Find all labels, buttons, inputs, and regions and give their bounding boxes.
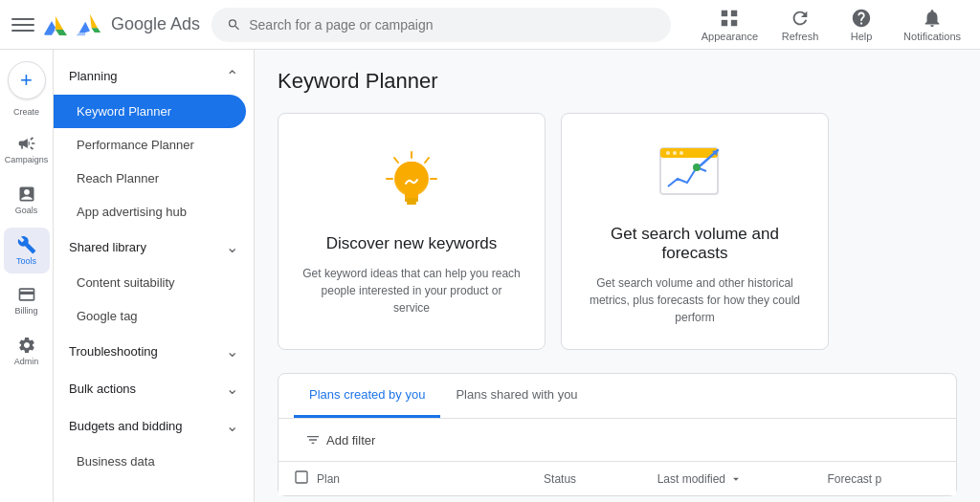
svg-point-19 <box>693 164 701 171</box>
billing-label: Billing <box>14 306 37 316</box>
nav-troubleshooting-label: Troubleshooting <box>69 344 158 359</box>
google-ads-logo-icon <box>42 11 69 38</box>
troubleshooting-chevron-icon: ⌄ <box>226 342 238 360</box>
refresh-icon <box>790 8 811 29</box>
cards-row: Discover new keywords Get keyword ideas … <box>278 113 957 350</box>
chart-card-icon <box>657 137 733 213</box>
plans-tabs: Plans created by you Plans shared with y… <box>278 374 956 419</box>
help-icon <box>851 8 872 29</box>
notifications-label: Notifications <box>903 31 961 42</box>
search-volume-title: Get search volume and forecasts <box>585 225 805 263</box>
sidebar-icons: + Create Campaigns Goals Tools <box>0 50 54 502</box>
header-left: Google Ads <box>11 10 200 40</box>
nav-bulk-actions-label: Bulk actions <box>69 382 136 396</box>
svg-point-17 <box>673 151 677 155</box>
appearance-label: Appearance <box>702 31 758 42</box>
sidebar-item-tools[interactable]: Tools <box>4 228 50 274</box>
discover-keywords-desc: Get keyword ideas that can help you reac… <box>301 265 522 316</box>
help-button[interactable]: Help <box>835 4 888 46</box>
filter-label: Add filter <box>326 433 375 447</box>
hamburger-menu-icon[interactable] <box>11 13 34 36</box>
planning-chevron-icon: ⌃ <box>226 67 238 85</box>
nav-budgets-bidding-label: Budgets and bidding <box>69 419 183 433</box>
search-volume-card[interactable]: Get search volume and forecasts Get sear… <box>561 113 829 350</box>
table-header-forecast: Forecast p <box>827 472 941 486</box>
google-ads-logo-text: Google Ads <box>111 14 200 34</box>
nav-reach-planner[interactable]: Reach Planner <box>54 162 254 195</box>
admin-label: Admin <box>14 357 39 367</box>
plans-section: Plans created by you Plans shared with y… <box>278 373 957 496</box>
refresh-button[interactable]: Refresh <box>773 4 827 46</box>
nav-bulk-actions-header[interactable]: Bulk actions ⌄ <box>54 370 254 407</box>
goals-label: Goals <box>15 206 38 216</box>
sidebar-item-admin[interactable]: Admin <box>4 328 50 375</box>
search-icon <box>227 17 241 33</box>
page-title: Keyword Planner <box>278 69 957 94</box>
table-checkbox-all[interactable] <box>294 469 317 488</box>
main-content: Keyword Planner <box>255 50 980 502</box>
svg-rect-7 <box>405 198 418 202</box>
table-header: Plan Status Last modified Forecast p <box>278 461 956 495</box>
tools-label: Tools <box>16 256 36 267</box>
svg-point-16 <box>666 151 670 155</box>
nav-google-tag[interactable]: Google tag <box>54 299 254 333</box>
nav-planning-label: Planning <box>69 69 118 83</box>
nav-app-advertising-hub[interactable]: App advertising hub <box>54 195 254 229</box>
app-header: Google Ads Appearance Refresh <box>0 0 980 50</box>
nav-keyword-planner[interactable]: Keyword Planner <box>54 95 246 128</box>
nav-performance-planner[interactable]: Performance Planner <box>54 128 254 162</box>
create-button-container[interactable]: + Create <box>8 57 46 117</box>
search-volume-desc: Get search volume and other historical m… <box>585 274 805 326</box>
sidebar-item-billing[interactable]: Billing <box>4 277 50 324</box>
help-label: Help <box>851 31 873 42</box>
table-header-plan: Plan <box>317 472 544 486</box>
svg-line-10 <box>394 158 398 163</box>
lightbulb-card-icon <box>373 146 450 223</box>
svg-rect-22 <box>296 471 307 483</box>
search-bar[interactable] <box>212 8 671 42</box>
nav-business-data[interactable]: Business data <box>54 445 254 478</box>
plans-tab-created-by-you[interactable]: Plans created by you <box>294 374 440 418</box>
nav-shared-header[interactable]: Shared library ⌄ <box>54 229 254 266</box>
search-input[interactable] <box>249 17 656 33</box>
bell-icon <box>922 8 943 29</box>
nav-budgets-bidding-header[interactable]: Budgets and bidding ⌄ <box>54 407 254 445</box>
budgets-bidding-chevron-icon: ⌄ <box>226 417 238 435</box>
svg-line-11 <box>425 158 429 163</box>
google-ads-logo: Google Ads <box>42 10 200 40</box>
appearance-icon <box>719 8 740 29</box>
create-button[interactable]: + <box>8 61 46 99</box>
admin-icon <box>17 336 36 355</box>
table-header-status: Status <box>544 472 657 486</box>
svg-rect-8 <box>407 202 416 205</box>
nav-shared-label: Shared library <box>69 240 146 254</box>
create-label: Create <box>13 107 39 117</box>
svg-point-18 <box>679 151 683 155</box>
campaigns-icon <box>17 134 36 153</box>
plans-tab-shared-with-you[interactable]: Plans shared with you <box>440 374 592 418</box>
nav-troubleshooting-header[interactable]: Troubleshooting ⌄ <box>54 333 254 370</box>
filter-button[interactable]: Add filter <box>294 426 387 453</box>
appearance-button[interactable]: Appearance <box>694 4 766 46</box>
shared-chevron-icon: ⌄ <box>226 238 238 256</box>
nav-menu: Planning ⌃ Keyword Planner Performance P… <box>54 50 255 502</box>
sidebar-item-campaigns[interactable]: Campaigns <box>4 126 50 173</box>
main-layout: + Create Campaigns Goals Tools <box>0 50 980 502</box>
svg-rect-4 <box>722 19 727 25</box>
table-header-last-modified: Last modified <box>657 472 828 486</box>
nav-content-suitability[interactable]: Content suitability <box>54 266 254 299</box>
sort-down-icon <box>729 472 743 486</box>
nav-planning-header[interactable]: Planning ⌃ <box>54 57 254 95</box>
tools-icon <box>17 235 36 254</box>
notifications-button[interactable]: Notifications <box>896 4 969 46</box>
header-actions: Appearance Refresh Help Notifications <box>694 4 969 46</box>
sidebar-item-goals[interactable]: Goals <box>4 177 50 224</box>
discover-keywords-title: Discover new keywords <box>326 234 498 253</box>
discover-keywords-card[interactable]: Discover new keywords Get keyword ideas … <box>278 113 546 350</box>
bulk-actions-chevron-icon: ⌄ <box>226 380 238 398</box>
goals-icon <box>17 185 36 204</box>
svg-rect-3 <box>731 10 737 15</box>
plans-toolbar: Add filter <box>278 419 956 461</box>
campaigns-label: Campaigns <box>5 155 49 165</box>
svg-rect-2 <box>722 10 727 15</box>
